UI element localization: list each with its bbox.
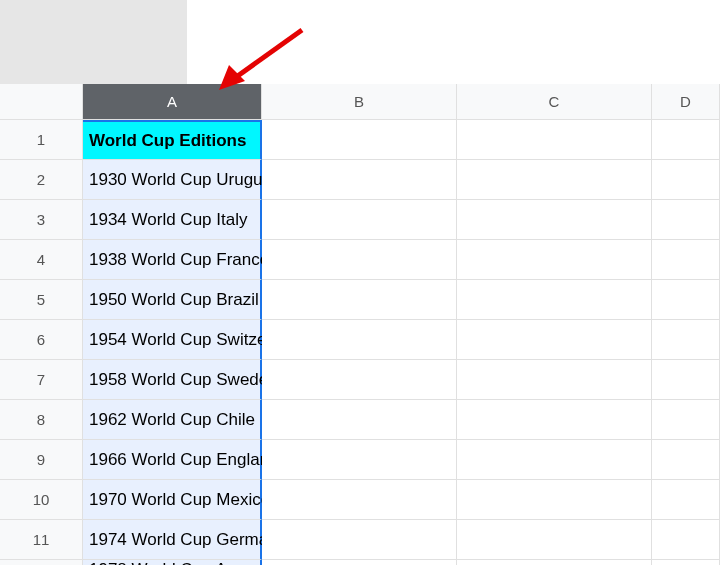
cell-c6[interactable] — [457, 320, 652, 360]
cell-d1[interactable] — [652, 120, 720, 160]
row-header-9[interactable]: 9 — [0, 440, 83, 480]
row-5: 5 1950 World Cup Brazil — [0, 280, 720, 320]
cell-c5[interactable] — [457, 280, 652, 320]
cell-a3-text: 1934 World Cup Italy — [89, 210, 247, 230]
cell-d12[interactable] — [652, 560, 720, 565]
cell-b1[interactable] — [262, 120, 457, 160]
cell-a10[interactable]: 1970 World Cup Mexico — [83, 480, 262, 520]
cell-c1[interactable] — [457, 120, 652, 160]
cell-c9[interactable] — [457, 440, 652, 480]
cell-a4[interactable]: 1938 World Cup France — [83, 240, 262, 280]
cell-a3[interactable]: 1934 World Cup Italy — [83, 200, 262, 240]
cell-c4[interactable] — [457, 240, 652, 280]
cell-a12[interactable]: 1978 World Cup Argentina — [83, 560, 262, 565]
cell-b12[interactable] — [262, 560, 457, 565]
cell-b9[interactable] — [262, 440, 457, 480]
row-header-5[interactable]: 5 — [0, 280, 83, 320]
cell-a1[interactable]: World Cup Editions — [83, 120, 262, 160]
column-header-d[interactable]: D — [652, 84, 720, 120]
row-4: 4 1938 World Cup France — [0, 240, 720, 280]
row-header-3[interactable]: 3 — [0, 200, 83, 240]
cell-a9-text: 1966 World Cup England — [89, 450, 279, 470]
cell-d2[interactable] — [652, 160, 720, 200]
cell-a4-text: 1938 World Cup France — [89, 250, 269, 270]
cell-b3[interactable] — [262, 200, 457, 240]
row-2: 2 1930 World Cup Uruguay — [0, 160, 720, 200]
cell-a2-text: 1930 World Cup Uruguay — [89, 170, 281, 190]
row-1: 1 World Cup Editions — [0, 120, 720, 160]
cell-c12[interactable] — [457, 560, 652, 565]
cell-b11[interactable] — [262, 520, 457, 560]
cell-a11[interactable]: 1974 World Cup Germany — [83, 520, 262, 560]
row-3: 3 1934 World Cup Italy — [0, 200, 720, 240]
cell-b6[interactable] — [262, 320, 457, 360]
row-header-1[interactable]: 1 — [0, 120, 83, 160]
cell-b4[interactable] — [262, 240, 457, 280]
cell-d11[interactable] — [652, 520, 720, 560]
row-header-6[interactable]: 6 — [0, 320, 83, 360]
spreadsheet-grid[interactable]: A B C D 1 World Cup Editions 2 1930 Worl… — [0, 84, 720, 565]
row-8: 8 1962 World Cup Chile — [0, 400, 720, 440]
cell-a2[interactable]: 1930 World Cup Uruguay — [83, 160, 262, 200]
cell-a8[interactable]: 1962 World Cup Chile — [83, 400, 262, 440]
row-10: 10 1970 World Cup Mexico — [0, 480, 720, 520]
top-toolbar-area — [0, 0, 720, 84]
cell-d6[interactable] — [652, 320, 720, 360]
cell-c2[interactable] — [457, 160, 652, 200]
row-header-12[interactable]: 12 — [0, 560, 83, 565]
cell-d7[interactable] — [652, 360, 720, 400]
cell-a6[interactable]: 1954 World Cup Switzerland — [83, 320, 262, 360]
cell-a11-text: 1974 World Cup Germany — [89, 530, 286, 550]
cell-d3[interactable] — [652, 200, 720, 240]
cell-d5[interactable] — [652, 280, 720, 320]
cell-b2[interactable] — [262, 160, 457, 200]
cell-a8-text: 1962 World Cup Chile — [89, 410, 255, 430]
row-header-7[interactable]: 7 — [0, 360, 83, 400]
cell-c11[interactable] — [457, 520, 652, 560]
svg-line-1 — [232, 30, 302, 80]
cell-a7-text: 1958 World Cup Sweden — [89, 370, 278, 390]
row-9: 9 1966 World Cup England — [0, 440, 720, 480]
cell-d8[interactable] — [652, 400, 720, 440]
cell-b5[interactable] — [262, 280, 457, 320]
column-headers-row: A B C D — [0, 84, 720, 120]
row-12: 12 1978 World Cup Argentina — [0, 560, 720, 565]
row-header-11[interactable]: 11 — [0, 520, 83, 560]
row-header-8[interactable]: 8 — [0, 400, 83, 440]
column-header-c[interactable]: C — [457, 84, 652, 120]
top-left-placeholder — [0, 0, 187, 84]
row-header-2[interactable]: 2 — [0, 160, 83, 200]
cell-c10[interactable] — [457, 480, 652, 520]
row-6: 6 1954 World Cup Switzerland — [0, 320, 720, 360]
cell-d4[interactable] — [652, 240, 720, 280]
cell-d9[interactable] — [652, 440, 720, 480]
row-header-10[interactable]: 10 — [0, 480, 83, 520]
select-all-corner[interactable] — [0, 84, 83, 120]
row-header-4[interactable]: 4 — [0, 240, 83, 280]
annotation-arrow — [217, 25, 317, 99]
cell-a5[interactable]: 1950 World Cup Brazil — [83, 280, 262, 320]
cell-a12-text: 1978 World Cup Argentina — [89, 560, 262, 565]
cell-a7[interactable]: 1958 World Cup Sweden — [83, 360, 262, 400]
cell-b8[interactable] — [262, 400, 457, 440]
cell-b7[interactable] — [262, 360, 457, 400]
cell-a5-text: 1950 World Cup Brazil — [89, 290, 259, 310]
cell-c3[interactable] — [457, 200, 652, 240]
cell-a1-text: World Cup Editions — [89, 131, 246, 151]
row-11: 11 1974 World Cup Germany — [0, 520, 720, 560]
svg-marker-2 — [219, 65, 245, 90]
cell-a10-text: 1970 World Cup Mexico — [89, 490, 270, 510]
cell-b10[interactable] — [262, 480, 457, 520]
row-7: 7 1958 World Cup Sweden — [0, 360, 720, 400]
cell-d10[interactable] — [652, 480, 720, 520]
cell-a9[interactable]: 1966 World Cup England — [83, 440, 262, 480]
cell-c8[interactable] — [457, 400, 652, 440]
cell-c7[interactable] — [457, 360, 652, 400]
